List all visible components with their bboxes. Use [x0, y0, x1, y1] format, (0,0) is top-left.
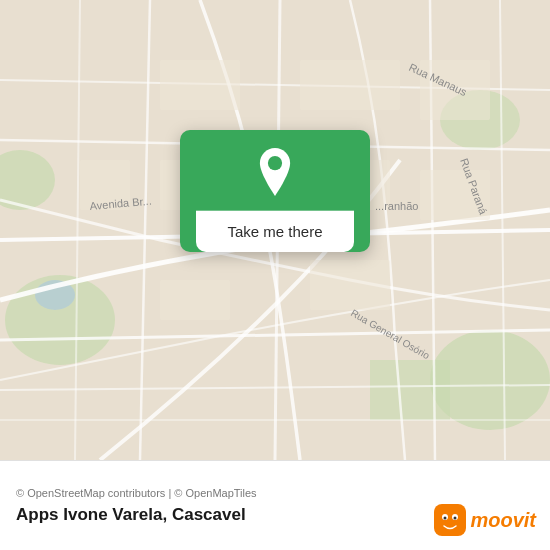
moovit-brand-text: moovit	[470, 509, 536, 532]
take-me-there-button[interactable]: Take me there	[196, 211, 354, 252]
moovit-logo: moovit	[434, 504, 536, 536]
location-popup: Take me there	[180, 130, 370, 252]
svg-rect-33	[434, 504, 466, 536]
location-pin-icon	[251, 148, 299, 196]
svg-rect-19	[300, 60, 400, 110]
moovit-face-icon	[434, 504, 466, 536]
svg-point-37	[454, 517, 457, 520]
bottom-bar: © OpenStreetMap contributors | © OpenMap…	[0, 460, 550, 550]
svg-rect-18	[160, 60, 240, 110]
svg-point-36	[444, 517, 447, 520]
map-attribution: © OpenStreetMap contributors | © OpenMap…	[16, 487, 534, 499]
map-container[interactable]: Rua Manaus Rua Paraná Avenida Br... ...r…	[0, 0, 550, 460]
svg-rect-22	[310, 260, 390, 310]
svg-point-32	[268, 156, 282, 170]
svg-rect-4	[370, 360, 450, 420]
svg-text:...ranhão: ...ranhão	[375, 200, 418, 212]
svg-rect-23	[160, 280, 230, 320]
